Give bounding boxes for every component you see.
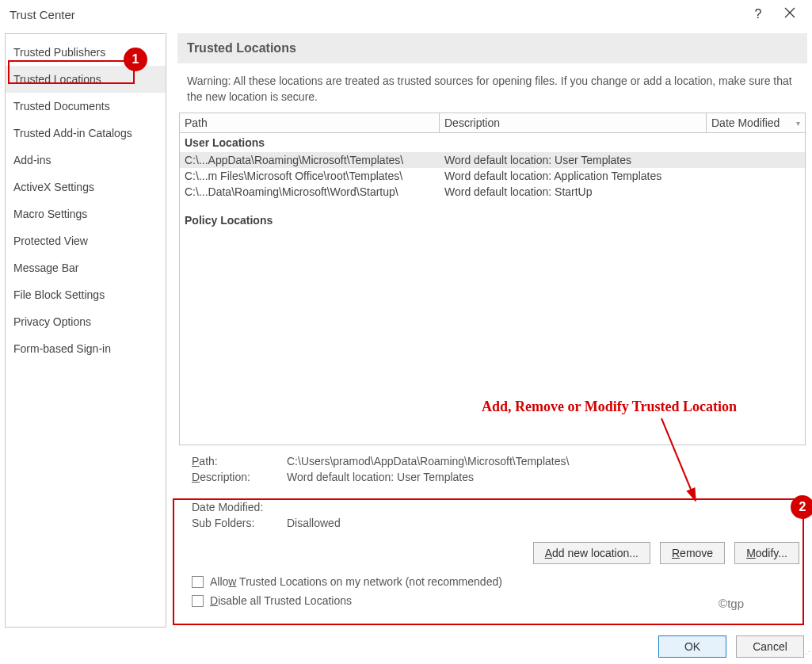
sidebar-item-protected-view[interactable]: Protected View [6, 227, 166, 254]
checkbox-icon [192, 576, 204, 588]
cell-description: Word default location: User Templates [444, 154, 702, 166]
remove-button[interactable]: Remove [660, 542, 725, 564]
cell-path: C:\...m Files\Microsoft Office\root\Temp… [185, 170, 444, 182]
sidebar-item-trusted-publishers[interactable]: Trusted Publishers [6, 39, 166, 66]
cell-description: Word default location: StartUp [444, 185, 702, 198]
sidebar-item-privacy-options[interactable]: Privacy Options [6, 308, 166, 335]
sidebar-item-message-bar[interactable]: Message Bar [6, 254, 166, 281]
allow-network-label: Allow Trusted Locations on my network (n… [210, 575, 502, 588]
details-description-label: Description: [192, 471, 287, 483]
category-sidebar: Trusted Publishers Trusted Locations Tru… [5, 33, 166, 628]
add-new-location-button[interactable]: Add new location... [533, 542, 650, 564]
checkbox-icon [192, 595, 204, 607]
dialog-title: Trust Center [10, 8, 75, 21]
details-date-value [287, 501, 793, 513]
table-row[interactable]: C:\...m Files\Microsoft Office\root\Temp… [180, 168, 805, 184]
sidebar-item-file-block-settings[interactable]: File Block Settings [6, 281, 166, 308]
close-icon [784, 7, 795, 18]
content-pane: Trusted Locations Warning: All these loc… [177, 33, 807, 628]
details-date-label: Date Modified: [192, 501, 287, 513]
sidebar-item-macro-settings[interactable]: Macro Settings [6, 200, 166, 227]
table-row[interactable]: C:\...Data\Roaming\Microsoft\Word\Startu… [180, 184, 805, 200]
table-header: Path Description Date Modified ▾ [180, 113, 805, 133]
modify-button[interactable]: Modify... [734, 542, 799, 564]
allow-network-checkbox-row[interactable]: Allow Trusted Locations on my network (n… [177, 572, 807, 591]
warning-text: Warning: All these locations are treated… [177, 63, 807, 113]
policy-locations-header: Policy Locations [180, 211, 805, 230]
sidebar-item-add-ins[interactable]: Add-ins [6, 147, 166, 174]
column-path[interactable]: Path [180, 113, 440, 132]
disable-all-label: Disable all Trusted Locations [210, 594, 352, 607]
cell-date [702, 170, 800, 182]
sidebar-item-trusted-documents[interactable]: Trusted Documents [6, 93, 166, 120]
cell-date [702, 154, 800, 166]
sort-icon: ▾ [796, 119, 800, 128]
user-locations-header: User Locations [180, 133, 805, 152]
cancel-button[interactable]: Cancel [736, 635, 804, 658]
resize-grip-icon[interactable]: ⋰ [801, 653, 810, 662]
details-subfolders-value: Disallowed [287, 517, 793, 529]
details-path-value: C:\Users\pramod\AppData\Roaming\Microsof… [287, 455, 793, 467]
trust-center-dialog: Trust Center ? Trusted Publishers Truste… [0, 0, 812, 664]
sidebar-item-activex-settings[interactable]: ActiveX Settings [6, 174, 166, 200]
titlebar: Trust Center ? [0, 0, 812, 29]
dialog-footer: OK Cancel [658, 635, 804, 658]
cell-description: Word default location: Application Templ… [444, 170, 702, 182]
details-description-value: Word default location: User Templates [287, 471, 793, 483]
group-title: Trusted Locations [177, 33, 807, 63]
close-button[interactable] [774, 7, 806, 21]
details-subfolders-label: Sub Folders: [192, 517, 287, 529]
column-date-modified[interactable]: Date Modified ▾ [707, 113, 805, 132]
disable-all-checkbox-row[interactable]: Disable all Trusted Locations [177, 591, 807, 610]
cell-path: C:\...AppData\Roaming\Microsoft\Template… [185, 154, 444, 166]
details-path-label: Path: [192, 455, 287, 467]
details-panel: Path: C:\Users\pramod\AppData\Roaming\Mi… [177, 445, 807, 534]
table-row[interactable]: C:\...AppData\Roaming\Microsoft\Template… [180, 152, 805, 168]
sidebar-item-trusted-locations[interactable]: Trusted Locations [6, 66, 166, 93]
cell-date [702, 185, 800, 198]
help-button[interactable]: ? [742, 7, 774, 21]
sidebar-item-trusted-addin-catalogs[interactable]: Trusted Add-in Catalogs [6, 120, 166, 147]
cell-path: C:\...Data\Roaming\Microsoft\Word\Startu… [185, 185, 444, 198]
sidebar-item-form-based-signin[interactable]: Form-based Sign-in [6, 335, 166, 362]
column-description[interactable]: Description [440, 113, 707, 132]
locations-table: Path Description Date Modified ▾ User Lo… [179, 113, 806, 445]
location-buttons: Add new location... Remove Modify... [177, 534, 807, 572]
ok-button[interactable]: OK [658, 635, 726, 658]
